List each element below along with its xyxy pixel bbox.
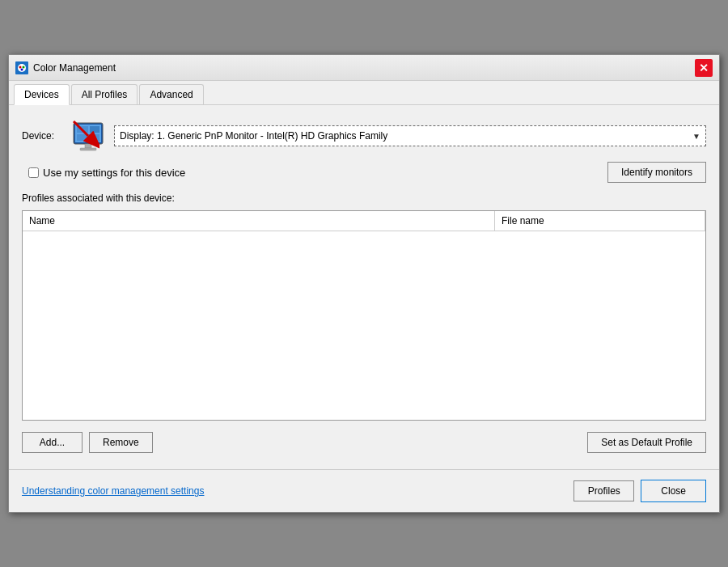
device-row: Device:: [22, 116, 706, 155]
dropdown-chevron-icon: ▼: [692, 132, 700, 141]
use-settings-label: Use my settings for this device: [43, 167, 185, 179]
understanding-link[interactable]: Understanding color management settings: [22, 485, 204, 497]
title-bar-text: Color Management: [33, 62, 695, 74]
tab-advanced[interactable]: Advanced: [139, 84, 203, 104]
dialog-window: Color Management ✕ Devices All Profiles …: [8, 54, 720, 513]
profiles-table-body: [23, 231, 705, 409]
profiles-table-header: Name File name: [23, 211, 705, 231]
set-default-profile-button[interactable]: Set as Default Profile: [587, 432, 706, 453]
checkbox-row: Use my settings for this device Identify…: [22, 162, 706, 183]
column-name: Name: [23, 211, 495, 231]
svg-point-4: [21, 68, 23, 70]
title-bar: Color Management ✕: [9, 55, 719, 81]
dialog-close-button[interactable]: Close: [641, 480, 706, 502]
device-dropdown[interactable]: Display: 1. Generic PnP Monitor - Intel(…: [114, 125, 706, 146]
tab-content: Device:: [9, 105, 719, 464]
identify-monitors-button[interactable]: Identify monitors: [607, 162, 706, 183]
svg-point-2: [19, 66, 22, 68]
close-button[interactable]: ✕: [695, 59, 713, 77]
use-settings-checkbox-label[interactable]: Use my settings for this device: [28, 167, 185, 179]
add-button[interactable]: Add...: [22, 432, 83, 453]
use-settings-checkbox[interactable]: [28, 167, 39, 178]
svg-point-3: [23, 66, 25, 68]
monitor-icon-container: [67, 116, 108, 155]
bottom-buttons-left: Add... Remove: [22, 432, 153, 453]
tab-all-profiles[interactable]: All Profiles: [71, 84, 138, 104]
device-label: Device:: [22, 130, 61, 142]
device-dropdown-text: Display: 1. Generic PnP Monitor - Intel(…: [120, 130, 387, 142]
footer-divider: [9, 469, 719, 470]
tab-bar: Devices All Profiles Advanced: [9, 81, 719, 105]
remove-button[interactable]: Remove: [89, 432, 153, 453]
column-filename: File name: [495, 211, 705, 231]
red-arrow-icon: [67, 116, 99, 149]
profiles-associated-label: Profiles associated with this device:: [22, 193, 706, 204]
bottom-buttons-row: Add... Remove Set as Default Profile: [22, 432, 706, 453]
svg-line-13: [74, 121, 88, 136]
tab-devices[interactable]: Devices: [14, 84, 70, 105]
app-icon: [15, 61, 28, 74]
footer-row: Understanding color management settings …: [9, 475, 719, 512]
profiles-button[interactable]: Profiles: [574, 480, 634, 501]
profiles-table: Name File name: [22, 210, 706, 421]
